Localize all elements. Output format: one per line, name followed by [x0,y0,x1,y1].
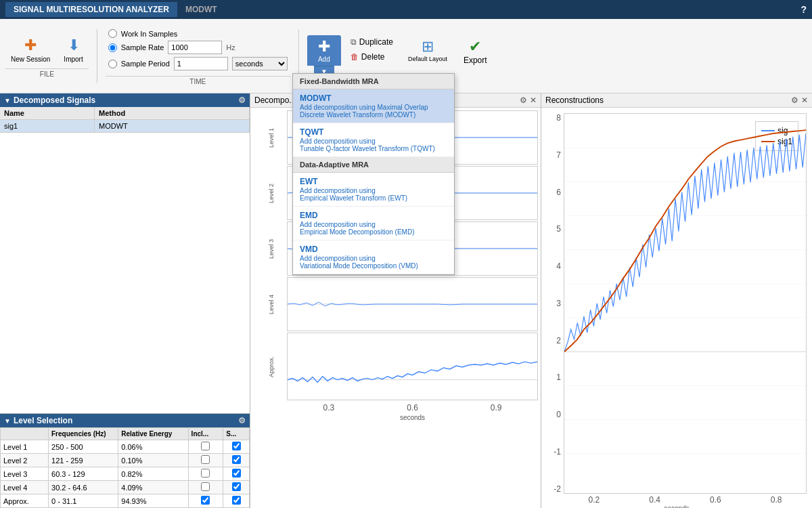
level-selection-header: ▼ Level Selection ⚙ [0,414,250,427]
level4-svg [288,278,537,331]
level-incl-checkbox[interactable] [201,496,210,505]
level-incl-cell [188,454,223,467]
center-xaxis: 0.3 0.6 0.9 [253,402,538,412]
sample-period-row: Sample Period seconds milliseconds [108,57,288,70]
modwt-menu-desc: Add decomposition using Maximal OverlapD… [300,104,447,119]
decomposed-gear-icon[interactable]: ⚙ [238,96,246,105]
decomposed-signals-title: Decomposed Signals [14,96,95,105]
right-header-icons: ⚙ ✕ [791,96,808,105]
ewt-menu-item[interactable]: EWT Add decomposition usingEmpirical Wav… [293,173,454,207]
duplicate-icon: ⧉ [351,37,357,47]
duplicate-button[interactable]: ⧉ Duplicate [346,35,397,49]
delete-button[interactable]: 🗑 Delete [346,50,397,64]
decomposed-signals-section: ▼ Decomposed Signals ⚙ Name Method sig1 … [0,93,250,133]
left-spacer [0,133,250,413]
default-layout-button[interactable]: ⊞ Default Layout [403,35,453,65]
sample-rate-label: Sample Rate [121,43,164,51]
new-session-label: New Session [11,56,50,63]
export-button[interactable]: ✔ Export [458,35,493,68]
yaxis-6: 6 [556,188,561,197]
tqwt-menu-desc: Add decomposition usingTunable Q-factor … [300,137,447,152]
right-xaxis-06: 0.6 [710,495,721,505]
level-selection-section: ▼ Level Selection ⚙ Frequencies (Hz) Rel… [0,413,250,508]
level-table-row: Level 4 30.2 - 64.6 4.09% [1,481,250,494]
sample-rate-input[interactable] [168,41,222,54]
add-button-top[interactable]: ✚ Add [307,35,341,66]
level-s-checkbox[interactable] [232,496,241,505]
vmd-menu-title: VMD [300,245,447,254]
tqwt-menu-item[interactable]: TQWT Add decomposition usingTunable Q-fa… [293,123,454,157]
level4-label: Level 4 [253,277,287,331]
level-table-row: Level 2 121 - 259 0.10% [1,454,250,467]
level-table: Frequencies (Hz) Relative Energy Incl...… [0,427,250,508]
level-gear-icon[interactable]: ⚙ [238,416,246,425]
right-svg-container [564,113,807,494]
s-col-header: S... [223,428,250,440]
xaxis-label-09: 0.9 [491,403,502,412]
duplicate-label: Duplicate [359,37,393,47]
level2-label: Level 2 [253,166,287,220]
right-settings-icon[interactable]: ⚙ [791,96,798,105]
yaxis-2: 2 [556,336,561,345]
emd-menu-item[interactable]: EMD Add decomposition usingEmpirical Mod… [293,207,454,240]
modwt-menu-item[interactable]: MODWT Add decomposition using Maximal Ov… [293,89,454,123]
vmd-menu-item[interactable]: VMD Add decomposition usingVariational M… [293,240,454,274]
center-header-icons: ⚙ ✕ [520,96,537,105]
app-title-tab[interactable]: SIGNAL MULTIRESOLUTION ANALYZER [5,2,177,17]
right-xaxis-02: 0.2 [589,495,600,505]
level-freq: 60.3 - 129 [49,467,118,481]
work-in-samples-radio[interactable] [108,29,117,38]
sample-period-input[interactable] [174,57,228,70]
level-s-checkbox[interactable] [232,469,241,478]
sample-rate-radio[interactable] [108,43,117,52]
level-energy: 94.93% [118,494,188,508]
table-row[interactable]: sig1 MODWT [0,120,250,133]
approx-svg [288,333,537,400]
level-incl-checkbox[interactable] [201,442,210,450]
level-energy: 0.06% [118,440,188,454]
add-icon: ✚ [318,38,330,56]
level3-label: Level 3 [253,221,287,276]
fixed-bandwidth-header: Fixed-Bandwidth MRA [293,74,454,89]
approx-chart [287,333,538,400]
work-in-samples-label: Work In Samples [121,30,178,38]
right-chart-area: sig sig1 8 7 6 5 4 3 2 1 [541,108,812,508]
xaxis-label-06: 0.6 [407,403,418,412]
level-incl-checkbox[interactable] [201,469,210,478]
decomposed-collapse-arrow[interactable]: ▼ [4,97,11,104]
approx-chart-row: Approx. [253,333,538,400]
center-settings-icon[interactable]: ⚙ [520,96,527,105]
center-close-icon[interactable]: ✕ [530,96,537,105]
level-incl-cell [188,467,223,481]
level-s-checkbox[interactable] [232,442,241,450]
level-s-checkbox[interactable] [232,482,241,491]
help-button[interactable]: ? [800,4,807,15]
right-xaxis-title: seconds [547,505,807,508]
level1-label: Level 1 [253,110,287,165]
level-incl-checkbox[interactable] [201,482,210,491]
import-button[interactable]: ⬇ Import [58,34,88,66]
yaxis-n1: -1 [554,447,561,457]
modwt-tab[interactable]: MODWT [177,2,225,17]
sample-period-radio[interactable] [108,60,117,68]
modwt-menu-title: MODWT [300,93,447,103]
new-session-button[interactable]: ✚ New Session [5,34,55,66]
freq-col-header: Frequencies (Hz) [49,428,118,440]
level-incl-cell [188,494,223,508]
level-incl-checkbox[interactable] [201,455,210,464]
level-table-row: Level 1 250 - 500 0.06% [1,440,250,454]
time-settings: Work In Samples Sample Rate Hz Sample Pe… [106,26,290,73]
level-collapse-arrow[interactable]: ▼ [4,417,11,425]
delete-icon: 🗑 [351,52,359,62]
tqwt-menu-title: TQWT [300,127,447,137]
level-s-checkbox[interactable] [232,455,241,464]
level-freq: 0 - 31.1 [49,494,118,508]
xaxis-label-03: 0.3 [323,403,334,412]
yaxis-5: 5 [556,224,561,234]
level4-chart-row: Level 4 [253,277,538,331]
sample-period-unit-select[interactable]: seconds milliseconds [232,57,288,70]
right-close-icon[interactable]: ✕ [801,96,808,105]
default-layout-label: Default Layout [408,56,447,62]
file-label: FILE [5,68,89,78]
title-bar: SIGNAL MULTIRESOLUTION ANALYZER MODWT ? [0,0,812,19]
